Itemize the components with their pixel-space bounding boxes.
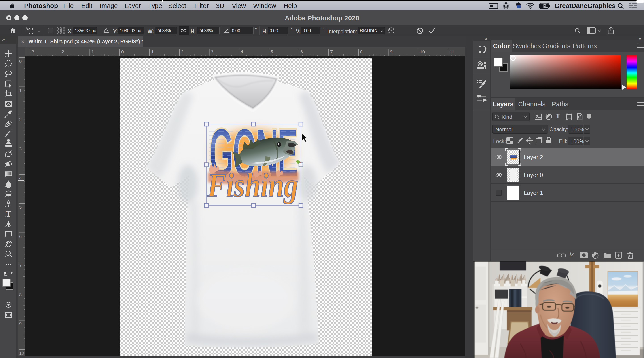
svg-text:1: 1 bbox=[151, 49, 154, 54]
svg-text:7: 7 bbox=[19, 263, 22, 268]
svg-text:0: 0 bbox=[121, 49, 124, 54]
svg-text:8: 8 bbox=[360, 49, 363, 54]
svg-text:6: 6 bbox=[19, 234, 22, 239]
svg-text:9: 9 bbox=[19, 321, 22, 326]
svg-text:7: 7 bbox=[330, 49, 333, 54]
svg-text:11: 11 bbox=[450, 49, 454, 54]
svg-text:5: 5 bbox=[19, 205, 22, 210]
svg-text:2: 2 bbox=[19, 117, 22, 122]
svg-text:3: 3 bbox=[211, 49, 214, 54]
svg-text:0: 0 bbox=[19, 59, 22, 64]
svg-text:3: 3 bbox=[19, 146, 22, 151]
svg-text:8: 8 bbox=[19, 292, 22, 297]
svg-text:6: 6 bbox=[300, 49, 303, 54]
svg-text:3: 3 bbox=[32, 49, 34, 54]
svg-text:5: 5 bbox=[270, 49, 273, 54]
svg-text:1: 1 bbox=[19, 88, 22, 93]
svg-text:Fishing: Fishing bbox=[207, 166, 298, 204]
svg-text:1: 1 bbox=[92, 49, 94, 54]
svg-text:4: 4 bbox=[240, 49, 243, 54]
svg-text:T: T bbox=[6, 209, 11, 218]
svg-text:2: 2 bbox=[62, 49, 64, 54]
svg-text:4: 4 bbox=[19, 175, 22, 180]
svg-text:2: 2 bbox=[181, 49, 184, 54]
svg-text:9: 9 bbox=[390, 49, 393, 54]
svg-text:10: 10 bbox=[19, 351, 24, 356]
svg-text:10: 10 bbox=[420, 49, 425, 54]
